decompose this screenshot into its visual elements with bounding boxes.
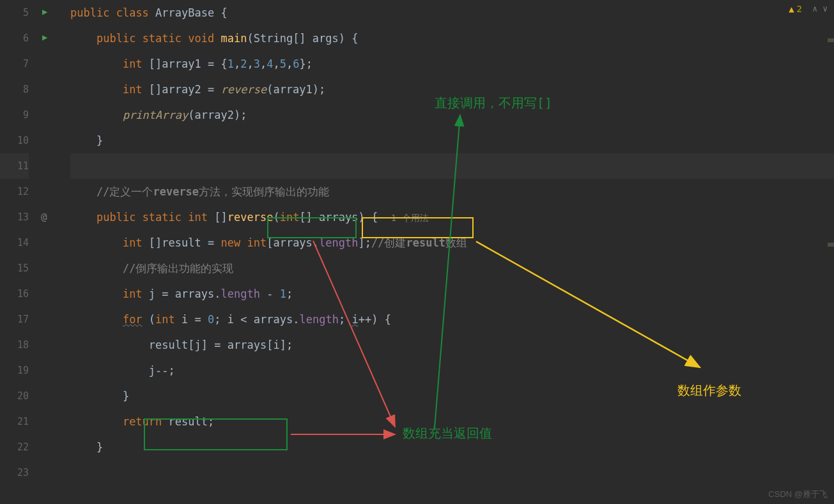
run-icon[interactable]: ▶ <box>42 32 47 42</box>
code-line: public class ArrayBase { <box>70 0 834 26</box>
line-number: 20 <box>0 383 29 409</box>
line-number: 22 <box>0 434 29 460</box>
code-line: int j = arrays.length - 1; <box>70 281 834 307</box>
line-number: 19 <box>0 358 29 383</box>
code-editor: 5 6 7 8 9 10 11 12 13 14 15 16 17 18 19 … <box>0 0 834 504</box>
line-number: 18 <box>0 332 29 358</box>
problem-nav: ∧ ∨ <box>812 4 828 13</box>
code-line: } <box>70 128 834 153</box>
code-line: j--; <box>70 358 834 383</box>
code-line: return result; <box>70 409 834 434</box>
override-icon[interactable]: @ <box>41 211 47 223</box>
line-number: 10 <box>0 128 29 153</box>
line-number: 12 <box>0 179 29 204</box>
code-line: } <box>70 434 834 460</box>
code-line <box>70 153 834 179</box>
next-problem-icon[interactable]: ∨ <box>822 4 828 13</box>
code-content[interactable]: public class ArrayBase { public static v… <box>64 0 834 504</box>
code-line: int []array2 = reverse(array1); <box>70 77 834 102</box>
code-line: int []array1 = {1,2,3,4,5,6}; <box>70 51 834 77</box>
code-line: //定义一个reverse方法，实现倒序输出的功能 <box>70 179 834 204</box>
line-number: 17 <box>0 307 29 332</box>
warning-count: 2 <box>797 4 802 14</box>
problems-indicator[interactable]: ▲ 2 <box>789 4 802 14</box>
watermark: CSDN @雁于飞 <box>768 489 828 500</box>
line-number: 13 <box>0 204 29 230</box>
code-line: printArray(array2); <box>70 102 834 128</box>
line-number: 7 <box>0 51 29 77</box>
usage-hint[interactable]: 1 个用法 <box>391 213 429 223</box>
line-number: 16 <box>0 281 29 307</box>
line-gutter: 5 6 7 8 9 10 11 12 13 14 15 16 17 18 19 … <box>0 0 38 504</box>
scrollbar-mark[interactable] <box>828 243 834 247</box>
code-line: public static void main(String[] args) { <box>70 26 834 51</box>
code-line: public static int []reverse(int[] arrays… <box>70 204 834 230</box>
line-number: 9 <box>0 102 29 128</box>
line-number: 6 <box>0 26 29 51</box>
run-icon[interactable]: ▶ <box>42 6 47 17</box>
prev-problem-icon[interactable]: ∧ <box>812 4 817 13</box>
code-line <box>70 460 834 485</box>
line-number: 21 <box>0 409 29 434</box>
code-line: for (int i = 0; i < arrays.length; i++) … <box>70 307 834 332</box>
code-line: } <box>70 383 834 409</box>
gutter-icons: ▶ ▶ @ <box>38 0 64 504</box>
line-number: 5 <box>0 0 29 26</box>
line-number: 11 <box>0 153 29 179</box>
code-line: int []result = new int[arrays.length];//… <box>70 230 834 256</box>
code-line: result[j] = arrays[i]; <box>70 332 834 358</box>
line-number: 14 <box>0 230 29 256</box>
line-number: 8 <box>0 77 29 102</box>
line-number: 23 <box>0 460 29 485</box>
scrollbar-mark[interactable] <box>828 38 834 42</box>
code-line: //倒序输出功能的实现 <box>70 256 834 281</box>
warning-icon: ▲ <box>789 4 794 14</box>
line-number: 15 <box>0 256 29 281</box>
